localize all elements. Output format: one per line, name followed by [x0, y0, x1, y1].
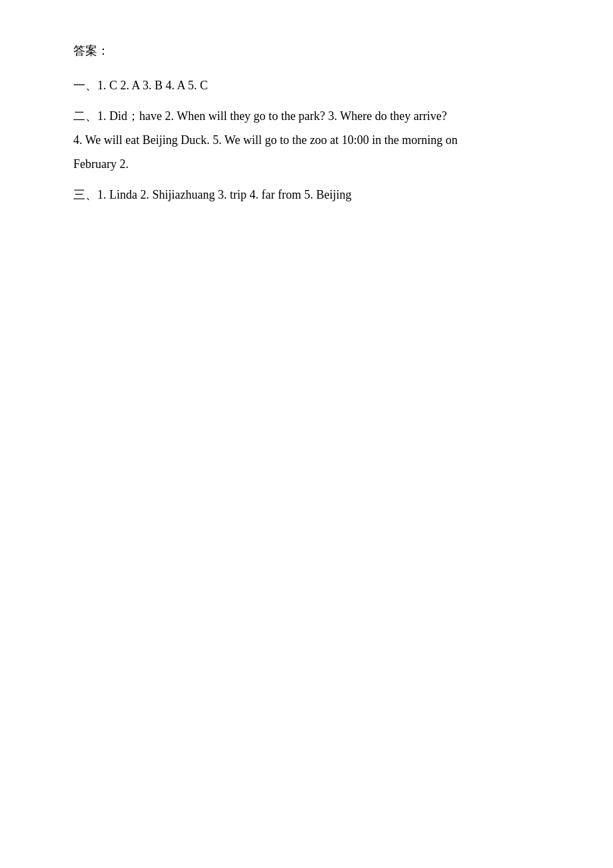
section-san-content: 1. Linda 2. Shijiazhuang 3. trip 4. far … — [97, 188, 351, 201]
section-san-line1: 三、1. Linda 2. Shijiazhuang 3. trip 4. fa… — [73, 183, 540, 207]
section-er-line3: February 2. — [73, 152, 540, 176]
page-content: 答案： 一、1. C 2. A 3. B 4. A 5. C 二、1. Did；… — [0, 0, 613, 253]
section-er-content1: 1. Did；have 2. When will they go to the … — [97, 109, 447, 123]
answer-title: 答案： — [73, 40, 540, 61]
section-er-line2: 4. We will eat Beijing Duck. 5. We will … — [73, 128, 540, 152]
section-yi-label: 一、 — [73, 79, 97, 92]
section-er-line1: 二、1. Did；have 2. When will they go to th… — [73, 104, 540, 128]
section-yi-content: 1. C 2. A 3. B 4. A 5. C — [97, 79, 208, 92]
section-yi-line1: 一、1. C 2. A 3. B 4. A 5. C — [73, 73, 540, 97]
section-er-label: 二、 — [73, 109, 97, 123]
section-san: 三、1. Linda 2. Shijiazhuang 3. trip 4. fa… — [73, 183, 540, 207]
section-yi: 一、1. C 2. A 3. B 4. A 5. C — [73, 73, 540, 97]
section-er: 二、1. Did；have 2. When will they go to th… — [73, 104, 540, 176]
section-san-label: 三、 — [73, 188, 97, 201]
